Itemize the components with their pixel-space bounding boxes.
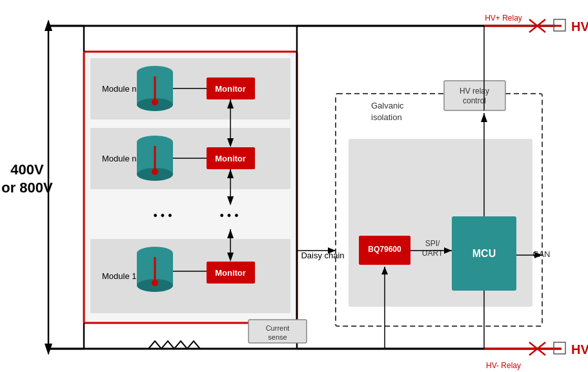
- diagram: 400V or 800V HV+ Relay HV+ HV- Relay HV-…: [0, 0, 588, 372]
- hv-minus-label: HV-: [571, 342, 588, 356]
- module-1-label: Module 1: [102, 271, 136, 281]
- hv-relay-control-label-2: control: [463, 96, 486, 105]
- spi-uart-label-2: UART: [422, 249, 443, 258]
- mcu-label: MCU: [472, 248, 496, 259]
- monitor-n-label: Monitor: [215, 84, 246, 94]
- svg-point-37: [152, 280, 158, 286]
- current-sense-label-1: Current: [266, 324, 290, 332]
- voltage-label: 400V: [10, 161, 44, 178]
- hv-minus-relay-label: HV- Relay: [486, 361, 521, 370]
- svg-text:or 800V: or 800V: [1, 180, 53, 196]
- svg-point-29: [152, 169, 158, 175]
- daisy-chain-label: Daisy chain: [301, 251, 344, 260]
- dots-1: • • •: [154, 209, 172, 222]
- current-sense-label-2: sense: [268, 333, 287, 341]
- hv-plus-label: HV+: [571, 19, 588, 34]
- svg-rect-55: [444, 81, 505, 110]
- bq79600-label: BQ79600: [368, 245, 401, 254]
- svg-point-21: [152, 99, 158, 105]
- galvanic-isolation-label-1: Galvanic: [371, 101, 404, 110]
- module-n-label: Module n: [102, 84, 136, 94]
- dots-2: • • •: [220, 209, 239, 222]
- monitor-n1-label: Monitor: [215, 154, 246, 163]
- hv-plus-relay-label: HV+ Relay: [485, 14, 522, 23]
- galvanic-isolation-label-2: isolation: [371, 112, 402, 122]
- hv-relay-control-label-1: HV relay: [460, 87, 489, 96]
- monitor-1-label: Monitor: [215, 268, 246, 278]
- spi-uart-label: SPI/: [425, 239, 440, 248]
